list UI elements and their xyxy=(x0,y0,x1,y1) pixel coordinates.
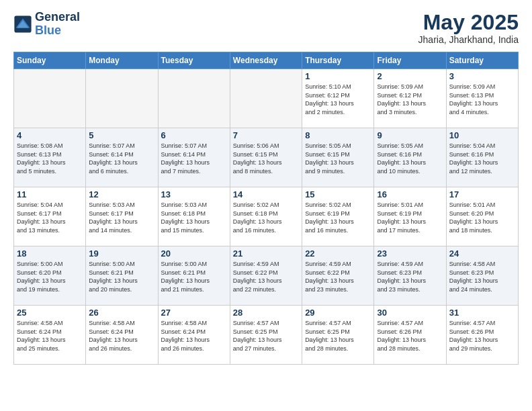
day-number: 10 xyxy=(449,130,515,140)
day-info: Sunrise: 5:01 AM Sunset: 6:20 PM Dayligh… xyxy=(449,201,515,234)
day-number: 6 xyxy=(161,130,227,140)
day-info: Sunrise: 5:03 AM Sunset: 6:18 PM Dayligh… xyxy=(161,201,227,234)
calendar-table: SundayMondayTuesdayWednesdayThursdayFrid… xyxy=(13,52,519,365)
day-info: Sunrise: 4:59 AM Sunset: 6:22 PM Dayligh… xyxy=(233,260,299,293)
calendar-cell: 4Sunrise: 5:08 AM Sunset: 6:13 PM Daylig… xyxy=(14,128,86,187)
day-number: 19 xyxy=(89,248,154,259)
calendar-cell xyxy=(230,69,302,128)
calendar-cell: 14Sunrise: 5:02 AM Sunset: 6:18 PM Dayli… xyxy=(230,187,302,246)
calendar-cell: 12Sunrise: 5:03 AM Sunset: 6:17 PM Dayli… xyxy=(86,187,158,246)
day-info: Sunrise: 5:02 AM Sunset: 6:18 PM Dayligh… xyxy=(233,201,299,234)
day-info: Sunrise: 5:08 AM Sunset: 6:13 PM Dayligh… xyxy=(17,142,83,175)
calendar-cell: 16Sunrise: 5:01 AM Sunset: 6:19 PM Dayli… xyxy=(374,187,446,246)
calendar-cell: 6Sunrise: 5:07 AM Sunset: 6:14 PM Daylig… xyxy=(158,128,230,187)
logo-icon xyxy=(13,15,32,34)
logo: General Blue xyxy=(13,11,80,38)
col-header-monday: Monday xyxy=(86,52,158,69)
main-title: May 2025 xyxy=(418,11,519,34)
logo-line1: General xyxy=(35,11,80,24)
day-number: 17 xyxy=(449,189,515,199)
day-info: Sunrise: 5:00 AM Sunset: 6:21 PM Dayligh… xyxy=(161,260,227,293)
day-info: Sunrise: 5:04 AM Sunset: 6:16 PM Dayligh… xyxy=(449,142,515,175)
col-header-saturday: Saturday xyxy=(446,52,518,69)
day-info: Sunrise: 5:05 AM Sunset: 6:16 PM Dayligh… xyxy=(377,142,443,175)
calendar-week-row: 4Sunrise: 5:08 AM Sunset: 6:13 PM Daylig… xyxy=(14,128,519,187)
calendar-cell: 17Sunrise: 5:01 AM Sunset: 6:20 PM Dayli… xyxy=(446,187,518,246)
day-number: 14 xyxy=(233,189,299,199)
col-header-wednesday: Wednesday xyxy=(230,52,302,69)
calendar-week-row: 11Sunrise: 5:04 AM Sunset: 6:17 PM Dayli… xyxy=(14,187,519,246)
day-number: 9 xyxy=(377,130,443,140)
calendar-cell: 2Sunrise: 5:09 AM Sunset: 6:12 PM Daylig… xyxy=(374,69,446,128)
day-number: 15 xyxy=(305,189,371,199)
day-number: 24 xyxy=(449,248,515,259)
day-number: 23 xyxy=(377,248,443,259)
day-info: Sunrise: 4:59 AM Sunset: 6:23 PM Dayligh… xyxy=(377,260,443,293)
calendar-week-row: 25Sunrise: 4:58 AM Sunset: 6:24 PM Dayli… xyxy=(14,306,519,365)
day-info: Sunrise: 4:59 AM Sunset: 6:22 PM Dayligh… xyxy=(305,260,371,293)
calendar-cell: 24Sunrise: 4:58 AM Sunset: 6:23 PM Dayli… xyxy=(446,246,518,306)
day-info: Sunrise: 5:09 AM Sunset: 6:12 PM Dayligh… xyxy=(377,83,443,116)
calendar-cell: 5Sunrise: 5:07 AM Sunset: 6:14 PM Daylig… xyxy=(86,128,158,187)
day-info: Sunrise: 4:57 AM Sunset: 6:26 PM Dayligh… xyxy=(449,319,515,353)
calendar-cell: 28Sunrise: 4:57 AM Sunset: 6:25 PM Dayli… xyxy=(230,306,302,365)
day-info: Sunrise: 5:02 AM Sunset: 6:19 PM Dayligh… xyxy=(305,201,371,234)
day-info: Sunrise: 5:07 AM Sunset: 6:14 PM Dayligh… xyxy=(161,142,227,175)
day-info: Sunrise: 4:57 AM Sunset: 6:26 PM Dayligh… xyxy=(377,319,443,353)
day-info: Sunrise: 5:06 AM Sunset: 6:15 PM Dayligh… xyxy=(233,142,299,175)
calendar-cell: 15Sunrise: 5:02 AM Sunset: 6:19 PM Dayli… xyxy=(302,187,374,246)
calendar-cell: 9Sunrise: 5:05 AM Sunset: 6:16 PM Daylig… xyxy=(374,128,446,187)
calendar-header-row: SundayMondayTuesdayWednesdayThursdayFrid… xyxy=(14,52,519,69)
calendar-cell: 8Sunrise: 5:05 AM Sunset: 6:15 PM Daylig… xyxy=(302,128,374,187)
calendar-cell xyxy=(14,69,86,128)
day-info: Sunrise: 5:09 AM Sunset: 6:13 PM Dayligh… xyxy=(449,83,515,116)
calendar-cell: 31Sunrise: 4:57 AM Sunset: 6:26 PM Dayli… xyxy=(446,306,518,365)
day-number: 26 xyxy=(89,308,154,318)
day-info: Sunrise: 5:00 AM Sunset: 6:20 PM Dayligh… xyxy=(17,260,83,293)
day-number: 12 xyxy=(89,189,154,199)
calendar-cell: 3Sunrise: 5:09 AM Sunset: 6:13 PM Daylig… xyxy=(446,69,518,128)
calendar-cell xyxy=(158,69,230,128)
title-block: May 2025 Jharia, Jharkhand, India xyxy=(418,11,519,45)
day-info: Sunrise: 5:07 AM Sunset: 6:14 PM Dayligh… xyxy=(89,142,154,175)
calendar-cell: 10Sunrise: 5:04 AM Sunset: 6:16 PM Dayli… xyxy=(446,128,518,187)
day-number: 20 xyxy=(161,248,227,259)
calendar-cell: 21Sunrise: 4:59 AM Sunset: 6:22 PM Dayli… xyxy=(230,246,302,306)
day-info: Sunrise: 4:58 AM Sunset: 6:23 PM Dayligh… xyxy=(449,260,515,293)
col-header-friday: Friday xyxy=(374,52,446,69)
day-number: 5 xyxy=(89,130,154,140)
day-info: Sunrise: 5:03 AM Sunset: 6:17 PM Dayligh… xyxy=(89,201,154,234)
day-info: Sunrise: 5:04 AM Sunset: 6:17 PM Dayligh… xyxy=(17,201,83,234)
header: General Blue May 2025 Jharia, Jharkhand,… xyxy=(13,11,519,45)
col-header-sunday: Sunday xyxy=(14,52,86,69)
calendar-cell: 19Sunrise: 5:00 AM Sunset: 6:21 PM Dayli… xyxy=(86,246,158,306)
day-number: 31 xyxy=(449,308,515,318)
calendar-cell: 23Sunrise: 4:59 AM Sunset: 6:23 PM Dayli… xyxy=(374,246,446,306)
day-number: 16 xyxy=(377,189,443,199)
calendar-cell: 29Sunrise: 4:57 AM Sunset: 6:25 PM Dayli… xyxy=(302,306,374,365)
calendar-cell: 1Sunrise: 5:10 AM Sunset: 6:12 PM Daylig… xyxy=(302,69,374,128)
day-number: 13 xyxy=(161,189,227,199)
day-number: 22 xyxy=(305,248,371,259)
day-info: Sunrise: 5:05 AM Sunset: 6:15 PM Dayligh… xyxy=(305,142,371,175)
day-info: Sunrise: 4:58 AM Sunset: 6:24 PM Dayligh… xyxy=(89,319,154,353)
calendar-cell: 25Sunrise: 4:58 AM Sunset: 6:24 PM Dayli… xyxy=(14,306,86,365)
day-number: 27 xyxy=(161,308,227,318)
day-number: 1 xyxy=(305,71,371,81)
col-header-thursday: Thursday xyxy=(302,52,374,69)
day-number: 8 xyxy=(305,130,371,140)
day-number: 3 xyxy=(449,71,515,81)
logo-text: General Blue xyxy=(35,11,80,38)
calendar-week-row: 1Sunrise: 5:10 AM Sunset: 6:12 PM Daylig… xyxy=(14,69,519,128)
calendar-cell: 26Sunrise: 4:58 AM Sunset: 6:24 PM Dayli… xyxy=(86,306,158,365)
col-header-tuesday: Tuesday xyxy=(158,52,230,69)
calendar-cell: 30Sunrise: 4:57 AM Sunset: 6:26 PM Dayli… xyxy=(374,306,446,365)
calendar-cell: 20Sunrise: 5:00 AM Sunset: 6:21 PM Dayli… xyxy=(158,246,230,306)
day-number: 11 xyxy=(17,189,83,199)
day-number: 21 xyxy=(233,248,299,259)
calendar-week-row: 18Sunrise: 5:00 AM Sunset: 6:20 PM Dayli… xyxy=(14,246,519,306)
calendar-cell xyxy=(86,69,158,128)
day-info: Sunrise: 4:57 AM Sunset: 6:25 PM Dayligh… xyxy=(233,319,299,353)
day-number: 7 xyxy=(233,130,299,140)
subtitle: Jharia, Jharkhand, India xyxy=(418,34,519,45)
